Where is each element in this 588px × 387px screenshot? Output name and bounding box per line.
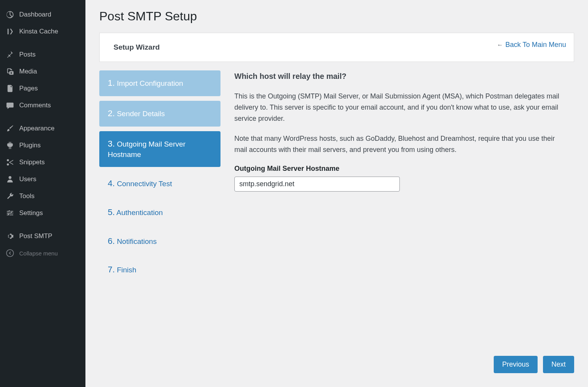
- gear-icon: [5, 232, 15, 241]
- sidebar-item-label: Settings: [19, 209, 43, 217]
- arrow-left-icon: ←: [497, 42, 503, 48]
- wizard-step-label: Notifications: [117, 237, 157, 245]
- sidebar-item-label: Dashboard: [19, 11, 51, 18]
- sidebar-item-label: Snippets: [19, 158, 45, 166]
- sidebar-item-pages[interactable]: Pages: [0, 80, 85, 97]
- sidebar-item-label: Users: [19, 175, 36, 183]
- sidebar-item-tools[interactable]: Tools: [0, 188, 85, 205]
- page-title: Post SMTP Setup: [99, 9, 574, 23]
- panel-title: Setup Wizard: [114, 43, 560, 52]
- sliders-icon: [5, 209, 15, 218]
- sidebar-item-label: Kinsta Cache: [19, 28, 58, 35]
- sidebar-item-label: Posts: [19, 51, 36, 58]
- sidebar-item-label: Post SMTP: [19, 232, 52, 240]
- admin-sidebar: Dashboard Kinsta Cache Posts Media Pages…: [0, 0, 85, 387]
- sidebar-item-appearance[interactable]: Appearance: [0, 120, 85, 137]
- collapse-menu-label: Collapse menu: [19, 250, 58, 257]
- wizard-container: 1. Import Configuration 2. Sender Detail…: [99, 70, 574, 287]
- kinsta-icon: [5, 27, 15, 36]
- sidebar-item-settings[interactable]: Settings: [0, 205, 85, 222]
- step-paragraph: This is the Outgoing (SMTP) Mail Server,…: [234, 91, 566, 124]
- sidebar-item-label: Comments: [19, 102, 51, 109]
- wizard-step-finish[interactable]: 7. Finish: [99, 258, 220, 282]
- scissors-icon: [5, 158, 15, 167]
- wrench-icon: [5, 192, 15, 201]
- hostname-input[interactable]: [234, 177, 400, 192]
- wizard-step-label: Sender Details: [117, 110, 165, 118]
- wizard-step-number: 7.: [108, 265, 115, 274]
- dashboard-icon: [5, 10, 15, 19]
- media-icon: [5, 67, 15, 76]
- back-link-label: Back To Main Menu: [505, 41, 566, 49]
- next-button[interactable]: Next: [543, 356, 574, 373]
- sidebar-item-posts[interactable]: Posts: [0, 46, 85, 63]
- wizard-step-import-configuration[interactable]: 1. Import Configuration: [99, 70, 220, 96]
- sidebar-item-label: Plugins: [19, 142, 41, 149]
- sidebar-item-label: Pages: [19, 85, 38, 92]
- wizard-step-number: 4.: [108, 178, 115, 188]
- sidebar-item-plugins[interactable]: Plugins: [0, 137, 85, 154]
- sidebar-item-snippets[interactable]: Snippets: [0, 154, 85, 171]
- wizard-step-authentication[interactable]: 5. Authentication: [99, 200, 220, 225]
- wizard-step-label: Outgoing Mail Server Hostname: [108, 140, 185, 159]
- hostname-field-label: Outgoing Mail Server Hostname: [234, 165, 566, 173]
- wizard-step-outgoing-hostname[interactable]: 3. Outgoing Mail Server Hostname: [99, 131, 220, 167]
- sidebar-separator: [0, 40, 85, 46]
- step-paragraph: Note that many WordPress hosts, such as …: [234, 133, 566, 155]
- wizard-step-number: 3.: [108, 139, 115, 148]
- wizard-step-sender-details[interactable]: 2. Sender Details: [99, 101, 220, 127]
- sidebar-item-post-smtp[interactable]: Post SMTP: [0, 228, 85, 245]
- sidebar-item-kinsta-cache[interactable]: Kinsta Cache: [0, 23, 85, 40]
- back-to-main-menu-link[interactable]: ← Back To Main Menu: [497, 41, 566, 49]
- wizard-step-number: 5.: [108, 207, 115, 217]
- wizard-button-row: Previous Next: [494, 356, 574, 373]
- sidebar-item-label: Appearance: [19, 125, 55, 132]
- wizard-step-number: 6.: [108, 236, 115, 246]
- pin-icon: [5, 50, 15, 59]
- collapse-icon: [5, 249, 15, 258]
- sidebar-item-comments[interactable]: Comments: [0, 97, 85, 114]
- collapse-menu-button[interactable]: Collapse menu: [0, 245, 85, 262]
- wizard-step-label: Connectivity Test: [117, 180, 172, 188]
- wizard-step-connectivity-test[interactable]: 4. Connectivity Test: [99, 172, 220, 196]
- wizard-step-notifications[interactable]: 6. Notifications: [99, 229, 220, 254]
- step-body: This is the Outgoing (SMTP) Mail Server,…: [234, 91, 566, 155]
- wizard-step-label: Import Configuration: [117, 79, 183, 87]
- sidebar-item-label: Tools: [19, 192, 35, 200]
- user-icon: [5, 175, 15, 184]
- content-area: Post SMTP Setup ← Back To Main Menu Setu…: [85, 0, 588, 387]
- sidebar-item-users[interactable]: Users: [0, 171, 85, 188]
- wizard-step-number: 1.: [108, 78, 115, 88]
- sidebar-item-dashboard[interactable]: Dashboard: [0, 6, 85, 23]
- plug-icon: [5, 141, 15, 150]
- previous-button[interactable]: Previous: [494, 356, 538, 373]
- page-icon: [5, 84, 15, 93]
- sidebar-separator: [0, 114, 85, 120]
- wizard-step-content: Which host will relay the mail? This is …: [233, 70, 574, 287]
- wizard-step-number: 2.: [108, 108, 115, 118]
- wizard-step-label: Authentication: [117, 209, 163, 217]
- brush-icon: [5, 124, 15, 133]
- step-heading: Which host will relay the mail?: [234, 72, 566, 81]
- wizard-steps-list: 1. Import Configuration 2. Sender Detail…: [99, 70, 220, 287]
- sidebar-item-media[interactable]: Media: [0, 63, 85, 80]
- svg-point-0: [7, 250, 13, 257]
- setup-wizard-panel: ← Back To Main Menu Setup Wizard: [99, 33, 574, 62]
- sidebar-item-label: Media: [19, 68, 37, 75]
- sidebar-separator: [0, 222, 85, 228]
- comment-icon: [5, 101, 15, 110]
- wizard-step-label: Finish: [117, 266, 137, 274]
